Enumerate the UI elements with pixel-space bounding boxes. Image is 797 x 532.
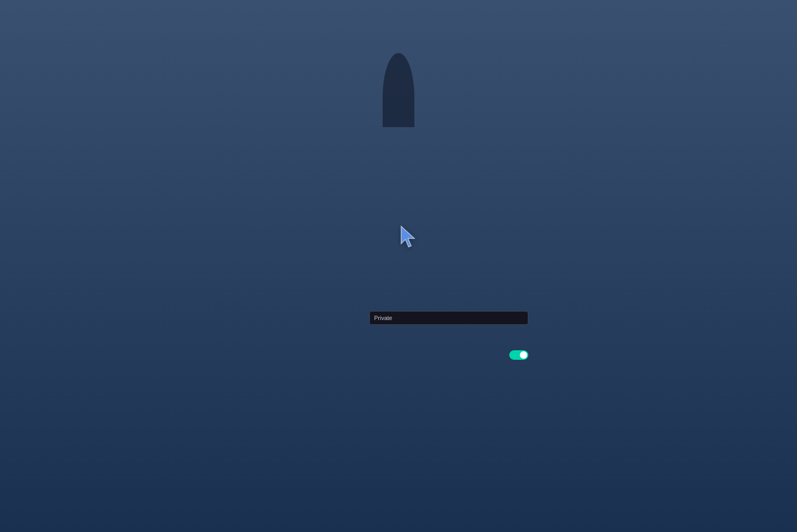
privacy-select[interactable]: Private Public Friends <box>369 311 528 325</box>
video-preview-tiktok <box>268 263 355 316</box>
modal-overlay[interactable]: Export Original ratio <box>0 0 797 532</box>
cursor-arrow-container <box>398 224 425 250</box>
copyright-toggle[interactable] <box>509 350 528 360</box>
svg-marker-0 <box>401 226 414 247</box>
privacy-dropdown-container: Private Public Friends <box>369 311 528 325</box>
modal-body: Original ratio 9:16 (TikTok video size) … <box>261 156 536 373</box>
cursor-arrow-svg <box>398 224 420 250</box>
video-thumb2-inner <box>268 263 355 316</box>
toggle-knob <box>520 351 527 359</box>
modal-left: Original ratio 9:16 (TikTok video size) … <box>261 156 362 373</box>
export-modal: Export Original ratio <box>261 132 536 400</box>
